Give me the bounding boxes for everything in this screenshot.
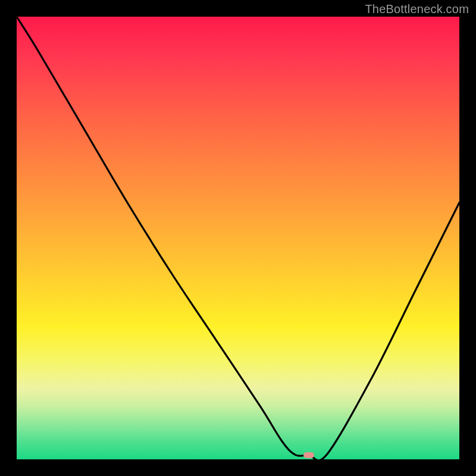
watermark-text: TheBottleneck.com [365, 2, 469, 16]
plot-area [17, 17, 459, 459]
chart-frame: TheBottleneck.com [0, 0, 476, 476]
minimum-marker [303, 452, 314, 458]
bottleneck-curve [17, 17, 459, 459]
